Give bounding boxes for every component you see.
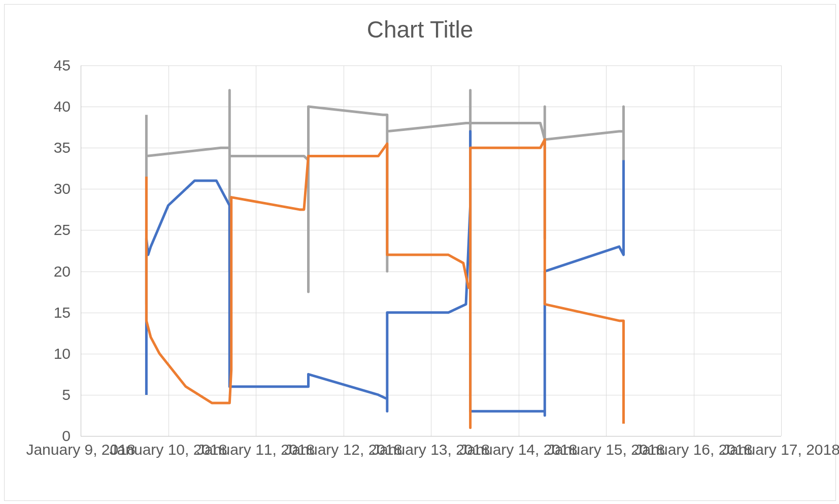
chart-title: Chart Title	[5, 16, 835, 43]
y-tick-label: 25	[30, 221, 71, 239]
y-tick-label: 35	[30, 139, 71, 156]
x-tick-label: January 17, 2018	[722, 441, 839, 458]
plot-area: 0 5 10 15 20 25 30 35 40 45 January 9, 2…	[81, 65, 781, 436]
x-axis-line	[81, 436, 781, 436]
y-tick-label: 20	[30, 263, 71, 280]
y-tick-label: 10	[30, 345, 71, 362]
y-tick-label: 5	[30, 386, 71, 404]
y-tick-label: 45	[30, 57, 71, 74]
series-svg	[81, 65, 781, 436]
y-tick-label: 30	[30, 180, 71, 197]
gridline-v	[781, 65, 782, 436]
series-1-line	[146, 131, 623, 416]
y-tick-label: 40	[30, 98, 71, 115]
y-tick-label: 15	[30, 304, 71, 321]
chart-container: Chart Title 0 5 10 15 20 25 30 35	[4, 4, 836, 501]
series-3-line	[146, 90, 623, 305]
